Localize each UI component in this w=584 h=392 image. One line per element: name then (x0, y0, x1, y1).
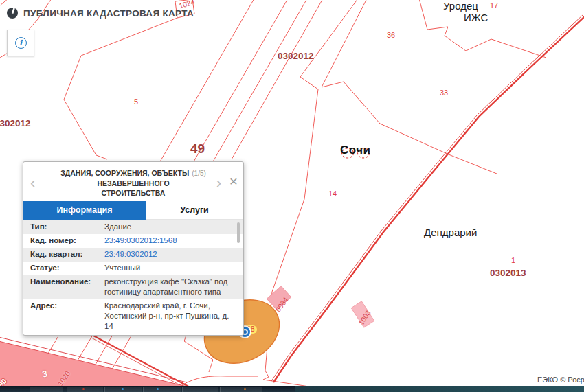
city-label-sochi: Сочи (340, 144, 371, 157)
attribute-row-name: Наименование: реконструкция кафе "Сказка… (23, 275, 243, 299)
taskbar-button[interactable] (182, 387, 218, 392)
taskbar-sliver (0, 386, 584, 392)
object-attributes: Тип: Здание Кад. номер: 23:49:0302012:15… (23, 220, 243, 335)
attribute-value: Учтенный (104, 263, 243, 273)
popup-title-line3: СТРОИТЕЛЬСТВА (102, 189, 166, 197)
attribute-value: Здание (104, 222, 243, 232)
popup-title: ЗДАНИЯ, СООРУЖЕНИЯ, ОБЪЕКТЫ(1/5) НЕЗАВЕР… (47, 168, 220, 198)
popup-tabs: Информация Услуги (23, 201, 243, 220)
quarter-label-0302013: 0302013 (490, 268, 526, 279)
map-attribution: ЕЭКО © Росре (537, 376, 584, 384)
object-info-popup: ‹ ЗДАНИЯ, СООРУЖЕНИЯ, ОБЪЕКТЫ(1/5) НЕЗАВ… (23, 161, 244, 336)
cadastral-quarter-link[interactable]: 23:49:0302012 (104, 249, 243, 260)
parcel-label-5: 5 (134, 97, 138, 106)
popup-title-line1: ЗДАНИЯ, СООРУЖЕНИЯ, ОБЪЕКТЫ (60, 169, 189, 177)
info-icon: i (15, 37, 27, 49)
parcel-label-1: 1 (511, 256, 515, 264)
attribute-row-cad-number: Кад. номер: 23:49:0302012:1568 (23, 234, 243, 248)
cadastral-map-app: 1024 0302012 0302012 5 49 Сочи 14 36 33 … (0, 0, 584, 392)
place-label-urodets: Уродец (443, 1, 478, 12)
parcel-label-49: 49 (190, 142, 205, 157)
popup-title-line2: НЕЗАВЕРШЕННОГО (97, 179, 169, 187)
taskbar-button[interactable] (220, 387, 262, 392)
rosreestr-logo (6, 7, 19, 19)
info-button[interactable]: i (7, 30, 34, 56)
attribute-row-address: Адрес: Краснодарский край, г. Сочи, Хост… (23, 299, 243, 333)
attribute-label: Наименование: (23, 277, 104, 297)
attribute-label: Адрес: (23, 301, 104, 332)
object-counter: (1/5) (192, 170, 206, 177)
close-icon[interactable]: × (229, 174, 238, 188)
attribute-row-type: Тип: Здание (23, 220, 243, 234)
app-title: ПУБЛИЧНАЯ КАДАСТРОВАЯ КАРТА (23, 8, 194, 19)
cadastral-number-link[interactable]: 23:49:0302012:1568 (104, 235, 243, 246)
parcel-label-14: 14 (328, 189, 337, 198)
prev-object-button[interactable]: ‹ (30, 176, 35, 191)
app-header: ПУБЛИЧНАЯ КАДАСТРОВАЯ КАРТА (6, 7, 194, 19)
parcel-label-36: 36 (387, 31, 395, 39)
taskbar-app-icon (157, 388, 159, 390)
attribute-row-status: Статус: Учтенный (23, 262, 243, 275)
parcel-label-17: 17 (490, 1, 498, 10)
quarter-label-0302012-left: 0302012 (0, 119, 31, 129)
attribute-label: Тип: (23, 222, 104, 232)
parcel-label-33: 33 (440, 89, 448, 97)
attribute-label: Кад. квартал: (23, 249, 104, 260)
attribute-label: Статус: (23, 263, 104, 273)
quarter-label-0302012-top: 0302012 (278, 51, 314, 62)
taskbar-button[interactable] (67, 387, 103, 392)
taskbar-app-icon (244, 388, 246, 390)
place-label-dendrarium: Дендрарий (424, 227, 477, 239)
taskbar-desktop-area (295, 386, 584, 392)
taskbar-button[interactable] (143, 387, 181, 392)
attribute-value: реконструкция кафе "Сказка" под гостиниц… (104, 277, 243, 297)
place-label-izhs: ИЖС (464, 12, 488, 24)
attribute-value: Краснодарский край, г. Сочи, Хостинский … (104, 301, 243, 332)
popup-header: ‹ ЗДАНИЯ, СООРУЖЕНИЯ, ОБЪЕКТЫ(1/5) НЕЗАВ… (23, 162, 243, 201)
attribute-label: Кад. номер: (23, 235, 104, 246)
popup-scrollbar[interactable] (237, 222, 240, 243)
attribute-row-cad-quarter: Кад. квартал: 23:49:0302012 (23, 248, 243, 262)
tab-information[interactable]: Информация (23, 201, 146, 220)
taskbar-app-icon (122, 388, 124, 390)
taskbar-app-icon (82, 388, 85, 390)
tab-services[interactable]: Услуги (146, 201, 243, 220)
next-object-button[interactable]: › (216, 176, 221, 191)
taskbar-button[interactable] (30, 387, 63, 392)
